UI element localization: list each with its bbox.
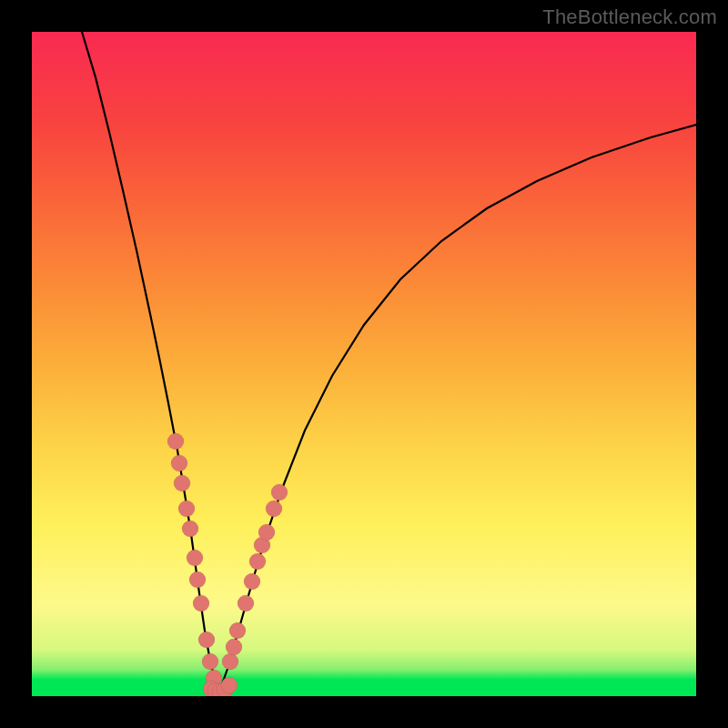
curve-dot [171,455,187,471]
curve-dot [187,550,203,566]
curve-dot [167,433,184,450]
curve-dot-group [167,433,288,696]
curve-dot [244,573,260,590]
chart-plot-area [32,32,696,696]
curve-dot [238,595,254,612]
curve-dot [178,500,195,517]
curve-dot [258,524,275,541]
curve-dot [249,553,266,570]
curve-dot [222,653,238,670]
left-curve [82,32,219,692]
watermark-text: TheBottleneck.com [542,5,717,29]
chart-svg [32,32,696,696]
right-curve [219,125,696,692]
curve-dot [226,639,242,655]
curve-dot [174,475,190,491]
curve-dot [182,521,198,537]
curve-dot [266,500,282,517]
curve-dot [193,595,209,612]
curve-dot [202,653,218,670]
curve-dot [221,677,238,693]
curve-dot [229,622,246,639]
curve-dot [198,632,215,648]
curve-dot [271,484,288,500]
curve-dot [189,571,206,588]
